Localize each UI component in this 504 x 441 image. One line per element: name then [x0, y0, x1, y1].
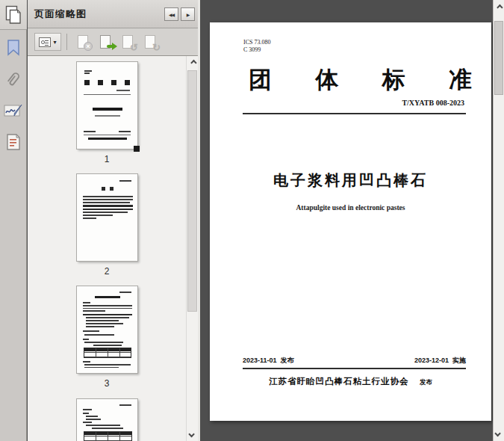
panel-header: 页面缩略图 ◀◀ ▶: [28, 0, 198, 28]
banner-char: 团: [249, 64, 272, 96]
dates-row: 2023-11-01发布 2023-12-01实施: [243, 356, 466, 366]
publisher-line: 江苏省盱眙凹凸棒石粘土行业协会 发布: [210, 374, 491, 387]
mini-table: [84, 348, 131, 358]
thumbnail-page-3[interactable]: [76, 286, 138, 374]
pages-icon: [4, 5, 22, 25]
sidebar-strip: [0, 0, 27, 441]
banner-char: 体: [315, 64, 338, 96]
panel-scroll-down-arrow[interactable]: [187, 428, 198, 440]
panel-scroll-up-arrow[interactable]: [187, 57, 198, 69]
document-scrollbar-thumb[interactable]: [494, 21, 503, 95]
signature-icon: [4, 102, 23, 119]
header-rule: [243, 113, 466, 114]
green-arrow-icon: [107, 43, 117, 50]
standard-number: T/XYATB 008-2023: [402, 99, 464, 107]
ics-code: ICS 73.080: [243, 39, 270, 46]
rotate-right-button[interactable]: ↻: [139, 32, 161, 52]
standard-type-banner: 团 体 标 准: [249, 64, 472, 96]
viewbox-handle[interactable]: [134, 146, 140, 152]
document-scrollbar[interactable]: [493, 0, 504, 441]
issue-date: 2023-11-01发布: [243, 356, 294, 366]
classification-code: C 3099: [243, 46, 270, 54]
mini-banner: [84, 80, 130, 85]
tab-page-thumbnails[interactable]: [0, 0, 27, 30]
tab-bookmarks[interactable]: [0, 37, 27, 58]
chevron-down-icon: ▾: [53, 39, 56, 46]
scroll-up-arrow[interactable]: [494, 1, 504, 13]
thumbnail-page-1[interactable]: [76, 61, 138, 149]
rotate-right-icon: ↻: [152, 42, 161, 53]
panel-scrollbar[interactable]: [186, 56, 198, 441]
thumbnail-1-number: 1: [28, 152, 186, 166]
extract-pages-button[interactable]: [94, 32, 116, 52]
options-list-icon: [39, 37, 51, 47]
thumbnail-3-number: 3: [28, 377, 186, 390]
panel-toolbar: ▾ × ↺ ↻: [28, 28, 198, 56]
tab-attachments[interactable]: [0, 69, 27, 90]
page-thumbnails-panel: 页面缩略图 ◀◀ ▶ ▾ ×: [28, 0, 200, 441]
thumbnail-page-4[interactable]: [76, 398, 138, 441]
document-view: ICS 73.080 C 3099 团 体 标 准 T/XYATB 008-20…: [202, 0, 493, 441]
document-subtitle: Attapulgite used in electronic pastes: [210, 204, 491, 212]
document-title: 电子浆料用凹凸棒石: [210, 170, 491, 191]
publisher-suffix: 发布: [420, 378, 432, 386]
toolbar-divider: [66, 34, 67, 50]
banner-char: 准: [449, 64, 472, 96]
thumbnail-list: 1 2: [28, 56, 186, 441]
publisher-name: 江苏省盱眙凹凸棒石粘土行业协会: [269, 377, 409, 386]
collapse-panel-button[interactable]: ◀◀: [164, 7, 178, 21]
tab-signatures[interactable]: [0, 100, 27, 121]
thumbnail-page-2[interactable]: [76, 173, 138, 262]
expand-panel-button[interactable]: ▶: [181, 7, 195, 21]
mini-table: [84, 431, 132, 441]
scroll-down-arrow[interactable]: [494, 428, 504, 440]
implement-date: 2023-12-01实施: [414, 356, 466, 366]
document-page-1: ICS 73.080 C 3099 团 体 标 准 T/XYATB 008-20…: [210, 22, 491, 421]
thumbnail-2-number: 2: [28, 265, 186, 278]
bookmark-icon: [6, 39, 21, 57]
panel-scrollbar-thumb[interactable]: [187, 70, 197, 312]
options-menu-button[interactable]: ▾: [34, 33, 61, 51]
panel-title: 页面缩略图: [28, 7, 87, 21]
pdf-viewer-window: 页面缩略图 ◀◀ ▶ ▾ ×: [0, 0, 504, 441]
tab-comments[interactable]: [0, 132, 27, 152]
paperclip-icon: [4, 70, 22, 88]
delete-x-icon: ×: [84, 42, 93, 51]
rotate-left-button[interactable]: ↺: [116, 32, 139, 52]
comment-document-icon: [5, 133, 22, 151]
footer-rule: [243, 368, 466, 369]
ics-block: ICS 73.080 C 3099: [243, 39, 270, 54]
delete-pages-button[interactable]: ×: [72, 32, 94, 52]
banner-char: 标: [382, 64, 405, 96]
rotate-left-icon: ↺: [130, 42, 138, 53]
